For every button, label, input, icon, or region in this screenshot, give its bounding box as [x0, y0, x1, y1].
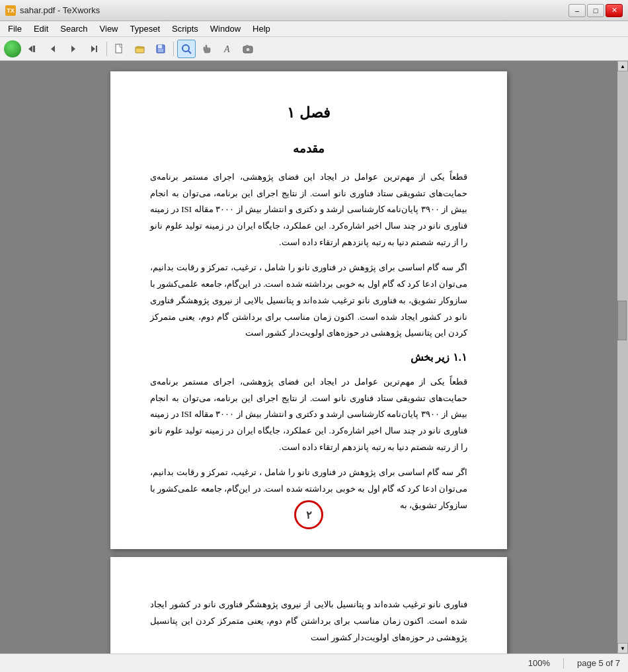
- menu-edit[interactable]: Edit: [28, 22, 54, 35]
- svg-rect-10: [158, 45, 162, 48]
- search-button[interactable]: [177, 40, 196, 58]
- maximize-button[interactable]: □: [587, 4, 604, 17]
- scrollbar-track[interactable]: [617, 71, 628, 643]
- paragraph-2: اگر سه گام اساسی برای پژوهش در فناوری نا…: [150, 260, 467, 341]
- pdf-page-2: فناوری نانو ترغیب شده‌اند و پتانسیل بالا…: [110, 557, 507, 653]
- svg-rect-17: [246, 45, 249, 47]
- save-button[interactable]: [151, 40, 170, 58]
- snapshot-button[interactable]: [239, 40, 257, 58]
- pan-button[interactable]: [198, 40, 216, 58]
- text-select-button[interactable]: A: [218, 40, 237, 58]
- main-area: فصل ۱ مقدمه قطعاً یکی از مهم‌ترین عوامل …: [0, 61, 628, 653]
- open-button[interactable]: [131, 40, 149, 58]
- svg-marker-4: [91, 46, 95, 52]
- zoom-level: 100%: [528, 658, 550, 668]
- menu-view[interactable]: View: [95, 22, 124, 35]
- menu-bar: File Edit Search View Typeset Scripts Wi…: [0, 21, 628, 37]
- minimize-button[interactable]: –: [569, 4, 586, 17]
- svg-point-16: [246, 48, 250, 52]
- section-title: مقدمه: [150, 141, 467, 156]
- svg-line-13: [188, 51, 191, 54]
- svg-rect-11: [158, 49, 163, 52]
- toolbar-separator-2: [173, 42, 174, 56]
- title-bar: TX sahar.pdf - TeXworks – □ ✕: [0, 0, 628, 21]
- svg-marker-3: [71, 46, 75, 52]
- paragraph-3: قطعاً یکی از مهم‌ترین عوامل در ایجاد این…: [150, 374, 467, 455]
- paragraph-1: قطعاً یکی از مهم‌ترین عوامل در ایجاد این…: [150, 169, 467, 250]
- back-button[interactable]: [44, 40, 62, 58]
- chapter-title: فصل ۱: [150, 104, 467, 122]
- svg-marker-0: [28, 46, 32, 52]
- scroll-up-button[interactable]: ▲: [617, 61, 628, 71]
- window-controls: – □ ✕: [569, 4, 623, 17]
- run-button[interactable]: [4, 40, 21, 57]
- menu-scripts[interactable]: Scripts: [167, 22, 204, 35]
- status-separator: [563, 658, 564, 669]
- svg-rect-1: [33, 46, 35, 52]
- svg-marker-2: [51, 46, 55, 52]
- app-icon: TX: [5, 5, 16, 16]
- rewind-button[interactable]: [23, 40, 42, 58]
- paragraph-continuation: فناوری نانو ترغیب شده‌اند و پتانسیل بالا…: [150, 597, 467, 646]
- new-page-button[interactable]: [110, 40, 129, 58]
- end-button[interactable]: [85, 40, 103, 58]
- menu-search[interactable]: Search: [55, 22, 93, 35]
- scroll-down-button[interactable]: ▼: [617, 643, 628, 653]
- toolbar: A: [0, 37, 628, 61]
- pdf-viewer[interactable]: فصل ۱ مقدمه قطعاً یکی از مهم‌ترین عوامل …: [0, 61, 617, 653]
- forward-button[interactable]: [64, 40, 83, 58]
- menu-file[interactable]: File: [3, 22, 27, 35]
- toolbar-separator-1: [106, 42, 107, 56]
- pdf-page-1: فصل ۱ مقدمه قطعاً یکی از مهم‌ترین عوامل …: [110, 71, 507, 549]
- page-number-annotation: ۲: [294, 500, 323, 529]
- scrollbar-thumb[interactable]: [617, 301, 627, 340]
- status-bar: 100% page 5 of 7: [0, 653, 628, 672]
- page-info: page 5 of 7: [577, 658, 620, 668]
- menu-help[interactable]: Help: [247, 22, 276, 35]
- window-title: sahar.pdf - TeXworks: [20, 5, 100, 15]
- close-button[interactable]: ✕: [606, 4, 623, 17]
- svg-rect-5: [96, 46, 97, 52]
- vertical-scrollbar[interactable]: ▲ ▼: [617, 61, 628, 653]
- svg-text:A: A: [223, 44, 230, 54]
- subsection-title: ۱.۱ زیر بخش: [150, 351, 467, 363]
- menu-typeset[interactable]: Typeset: [125, 22, 166, 35]
- menu-window[interactable]: Window: [205, 22, 246, 35]
- svg-point-12: [182, 45, 189, 52]
